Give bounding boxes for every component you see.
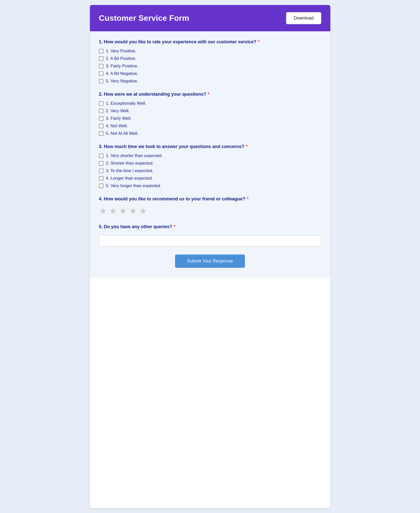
question-block-q1: 1. How would you like to rate your exper… xyxy=(99,39,321,84)
option-label-q2-2: 3. Fairly Well. xyxy=(106,116,132,121)
option-row-q2-1: 2. Very Well. xyxy=(99,108,321,113)
question-text-q5: 5. Do you have any other queries? xyxy=(99,224,172,229)
option-row-q1-4: 5. Very Negative. xyxy=(99,79,321,84)
question-block-q2: 2. How were we at understanding your que… xyxy=(99,92,321,136)
star-rating-q4: ★★★★★ xyxy=(99,206,321,216)
option-row-q1-1: 2. A Bit Positive. xyxy=(99,56,321,61)
checkbox-q3-0[interactable] xyxy=(99,154,103,158)
checkbox-q2-1[interactable] xyxy=(99,109,103,113)
submit-row: Submit Your Response xyxy=(99,254,321,268)
question-label-q1: 1. How would you like to rate your exper… xyxy=(99,39,321,45)
option-label-q2-3: 4. Not Well. xyxy=(106,123,128,129)
question-label-q5: 5. Do you have any other queries? * xyxy=(99,224,321,229)
option-label-q1-2: 3. Fairly Positive. xyxy=(106,64,138,69)
checkbox-q1-3[interactable] xyxy=(99,71,103,76)
text-input-q5[interactable] xyxy=(99,235,321,246)
checkbox-q2-4[interactable] xyxy=(99,131,103,136)
option-label-q1-3: 4. A Bit Negative. xyxy=(106,71,138,76)
question-text-q4: 4. How would you like to recommend us to… xyxy=(99,196,245,202)
option-row-q2-2: 3. Fairly Well. xyxy=(99,116,321,121)
required-indicator-q4: * xyxy=(247,196,249,202)
checkbox-q3-1[interactable] xyxy=(99,161,103,166)
required-indicator-q3: * xyxy=(246,144,248,149)
option-label-q1-0: 1. Very Positive. xyxy=(106,49,136,54)
form-body: 1. How would you like to rate your exper… xyxy=(90,31,330,278)
required-indicator-q1: * xyxy=(258,39,260,45)
option-row-q3-3: 4. Longer than expected. xyxy=(99,176,321,181)
option-row-q1-3: 4. A Bit Negative. xyxy=(99,71,321,76)
question-text-q2: 2. How were we at understanding your que… xyxy=(99,92,206,97)
option-label-q1-1: 2. A Bit Positive. xyxy=(106,56,136,61)
option-row-q1-2: 3. Fairly Positive. xyxy=(99,64,321,69)
form-title: Customer Service Form xyxy=(99,14,189,23)
checkbox-q3-3[interactable] xyxy=(99,176,103,181)
form-container: Customer Service Form Download 1. How wo… xyxy=(90,5,330,508)
checkbox-q1-0[interactable] xyxy=(99,49,103,53)
required-indicator-q2: * xyxy=(208,92,210,97)
submit-button[interactable]: Submit Your Response xyxy=(175,254,245,268)
question-label-q2: 2. How were we at understanding your que… xyxy=(99,92,321,97)
question-text-q1: 1. How would you like to rate your exper… xyxy=(99,39,256,45)
question-text-q3: 3. How much time we took to answer your … xyxy=(99,144,244,149)
option-row-q2-0: 1. Exceptionally Well. xyxy=(99,101,321,106)
checkbox-q1-2[interactable] xyxy=(99,64,103,68)
option-label-q1-4: 5. Very Negative. xyxy=(106,79,138,84)
form-header: Customer Service Form Download xyxy=(90,5,330,31)
checkbox-q1-1[interactable] xyxy=(99,56,103,61)
question-block-q3: 3. How much time we took to answer your … xyxy=(99,144,321,188)
option-row-q2-4: 5. Not At All Well. xyxy=(99,131,321,136)
download-button[interactable]: Download xyxy=(286,12,321,24)
option-label-q2-1: 2. Very Well. xyxy=(106,108,130,113)
option-row-q3-0: 1. Very shorter than expected. xyxy=(99,153,321,158)
option-label-q2-4: 5. Not At All Well. xyxy=(106,131,138,136)
question-block-q4: 4. How would you like to recommend us to… xyxy=(99,196,321,216)
star-q4-5[interactable]: ★ xyxy=(139,206,147,216)
option-label-q3-2: 3. To the time I expected. xyxy=(106,168,154,173)
option-label-q3-4: 5. Very longer than expected. xyxy=(106,183,161,188)
star-q4-1[interactable]: ★ xyxy=(99,206,107,216)
option-row-q2-3: 4. Not Well. xyxy=(99,123,321,129)
checkbox-q1-4[interactable] xyxy=(99,79,103,83)
question-block-q5: 5. Do you have any other queries? * xyxy=(99,224,321,246)
checkbox-q2-0[interactable] xyxy=(99,101,103,106)
option-row-q1-0: 1. Very Positive. xyxy=(99,49,321,54)
option-label-q2-0: 1. Exceptionally Well. xyxy=(106,101,146,106)
star-q4-2[interactable]: ★ xyxy=(109,206,117,216)
question-label-q3: 3. How much time we took to answer your … xyxy=(99,144,321,149)
checkbox-q2-2[interactable] xyxy=(99,116,103,121)
option-row-q3-1: 2. Shorter than expected. xyxy=(99,161,321,166)
question-label-q4: 4. How would you like to recommend us to… xyxy=(99,196,321,202)
option-row-q3-4: 5. Very longer than expected. xyxy=(99,183,321,188)
checkbox-q3-4[interactable] xyxy=(99,184,103,188)
option-label-q3-1: 2. Shorter than expected. xyxy=(106,161,154,166)
option-label-q3-0: 1. Very shorter than expected. xyxy=(106,153,163,158)
option-row-q3-2: 3. To the time I expected. xyxy=(99,168,321,173)
option-label-q3-3: 4. Longer than expected. xyxy=(106,176,153,181)
checkbox-q2-3[interactable] xyxy=(99,124,103,128)
star-q4-3[interactable]: ★ xyxy=(119,206,127,216)
required-indicator-q5: * xyxy=(174,224,176,229)
checkbox-q3-2[interactable] xyxy=(99,169,103,173)
star-q4-4[interactable]: ★ xyxy=(129,206,137,216)
